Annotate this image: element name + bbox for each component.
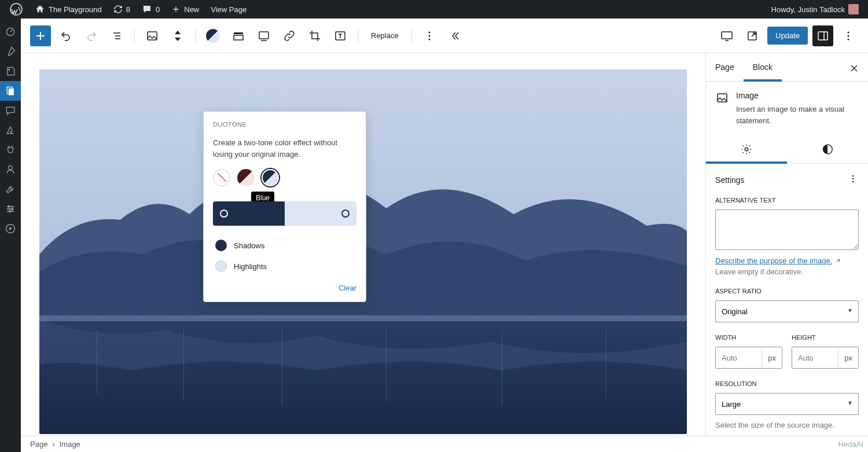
block-title: Image: [736, 91, 859, 100]
popover-title: DUOTONE: [213, 121, 356, 128]
caption-button[interactable]: [253, 25, 274, 46]
update-button[interactable]: Update: [767, 27, 808, 45]
crop-button[interactable]: [304, 25, 325, 46]
svg-rect-8: [8, 205, 9, 208]
menu-dashboard[interactable]: [0, 22, 21, 42]
new-link[interactable]: New: [167, 0, 204, 19]
wp-logo[interactable]: [5, 0, 28, 19]
updates-link[interactable]: 8: [109, 0, 135, 19]
add-block-button[interactable]: [30, 25, 51, 46]
width-input[interactable]: [716, 347, 762, 368]
resolution-select[interactable]: Large: [715, 393, 859, 415]
menu-tools[interactable]: [0, 179, 21, 199]
site-link[interactable]: The Playground: [30, 0, 106, 19]
crumb-page[interactable]: Page: [30, 440, 47, 449]
menu-comments[interactable]: [0, 101, 21, 120]
canvas: DUOTONE Create a two-tone color effect w…: [21, 53, 705, 436]
alt-textarea[interactable]: [715, 210, 859, 250]
view-button[interactable]: [716, 25, 737, 46]
svg-rect-34: [39, 315, 687, 321]
hide-toolbar-button[interactable]: [444, 25, 465, 46]
comments-count: 0: [156, 5, 160, 14]
redo-button[interactable]: [81, 25, 102, 46]
block-description: Insert an image to make a visual stateme…: [736, 104, 859, 126]
duotone-icon: [206, 29, 220, 43]
avatar: [848, 4, 859, 14]
editor-toolbar: Replace Update: [21, 19, 868, 53]
resolution-hint: Select the size of the source image.: [715, 421, 859, 429]
alt-label: ALTERNATIVE TEXT: [715, 197, 859, 204]
duotone-filter-button[interactable]: [203, 25, 223, 46]
menu-plugins[interactable]: [0, 140, 21, 160]
menu-pages[interactable]: [0, 81, 21, 101]
admin-bar: The Playground 8 0 New View Page Howdy, …: [0, 0, 868, 19]
highlights-label: Highlights: [234, 262, 267, 271]
move-block-button[interactable]: [167, 25, 188, 46]
subtab-settings[interactable]: [706, 135, 787, 163]
swatch-none[interactable]: [213, 169, 230, 186]
link-button[interactable]: [279, 25, 300, 46]
admin-bar-left: The Playground 8 0 New View Page: [5, 0, 251, 19]
alt-help-link[interactable]: Describe the purpose of the image.: [715, 256, 841, 265]
svg-rect-10: [9, 210, 10, 213]
inspector-subtabs: [706, 135, 868, 164]
comments-link[interactable]: 0: [137, 0, 164, 19]
shadows-row[interactable]: Shadows: [213, 235, 356, 256]
gradient-bar[interactable]: [213, 201, 356, 226]
subtab-styles[interactable]: [787, 135, 868, 163]
updates-count: 8: [126, 5, 130, 14]
height-field: HEIGHT px: [792, 334, 859, 369]
settings-title: Settings: [715, 175, 745, 185]
text-overlay-button[interactable]: [330, 25, 351, 46]
undo-button[interactable]: [56, 25, 76, 46]
svg-point-18: [428, 35, 430, 36]
resolution-field: RESOLUTION Large Select the size of the …: [715, 380, 859, 429]
svg-rect-9: [12, 208, 13, 211]
svg-point-37: [852, 175, 854, 177]
swatch-blue[interactable]: [262, 169, 279, 186]
width-unit[interactable]: px: [762, 347, 782, 368]
view-page-link[interactable]: View Page: [206, 0, 251, 19]
block-options-button[interactable]: [419, 25, 440, 46]
block-type-image-button[interactable]: [142, 25, 163, 46]
aspect-ratio-field: ASPECT RATIO Original: [715, 288, 859, 322]
svg-rect-20: [722, 32, 732, 39]
svg-point-39: [852, 181, 854, 183]
crumb-image[interactable]: Image: [60, 440, 80, 449]
menu-appearance[interactable]: [0, 120, 21, 140]
aspect-label: ASPECT RATIO: [715, 288, 859, 295]
highlights-row[interactable]: Highlights: [213, 256, 356, 277]
replace-button[interactable]: Replace: [365, 25, 404, 46]
height-unit[interactable]: px: [838, 347, 858, 368]
menu-users[interactable]: [0, 160, 21, 179]
svg-rect-15: [259, 32, 269, 39]
height-input[interactable]: [792, 347, 838, 368]
duotone-swatches: [213, 169, 356, 186]
align-button[interactable]: [228, 25, 249, 46]
menu-collapse[interactable]: [0, 219, 21, 238]
tab-block[interactable]: Block: [744, 53, 782, 81]
svg-point-4: [9, 166, 13, 170]
watermark: HedaAI: [838, 440, 863, 449]
swatch-red[interactable]: [237, 169, 255, 186]
svg-rect-14: [234, 35, 243, 40]
gradient-handle-shadow[interactable]: [220, 210, 228, 218]
preview-button[interactable]: [742, 25, 763, 46]
menu-media[interactable]: [0, 61, 21, 81]
panel-options-button[interactable]: [847, 173, 859, 186]
account-link[interactable]: Howdy, Justin Tadlock: [767, 0, 863, 19]
duotone-popover: DUOTONE Create a two-tone color effect w…: [203, 111, 366, 302]
svg-rect-13: [234, 32, 243, 34]
admin-bar-right: Howdy, Justin Tadlock: [767, 0, 863, 19]
settings-toggle-button[interactable]: [812, 25, 833, 46]
clear-button[interactable]: Clear: [339, 284, 356, 292]
gradient-handle-highlight[interactable]: [341, 210, 350, 218]
tab-page[interactable]: Page: [706, 53, 744, 81]
editor-options-button[interactable]: [838, 25, 859, 46]
menu-settings[interactable]: [0, 199, 21, 219]
divider: [134, 29, 135, 43]
document-overview-button[interactable]: [106, 25, 127, 46]
aspect-select[interactable]: Original: [715, 300, 859, 322]
menu-posts[interactable]: [0, 42, 21, 61]
close-inspector-button[interactable]: [847, 61, 861, 75]
